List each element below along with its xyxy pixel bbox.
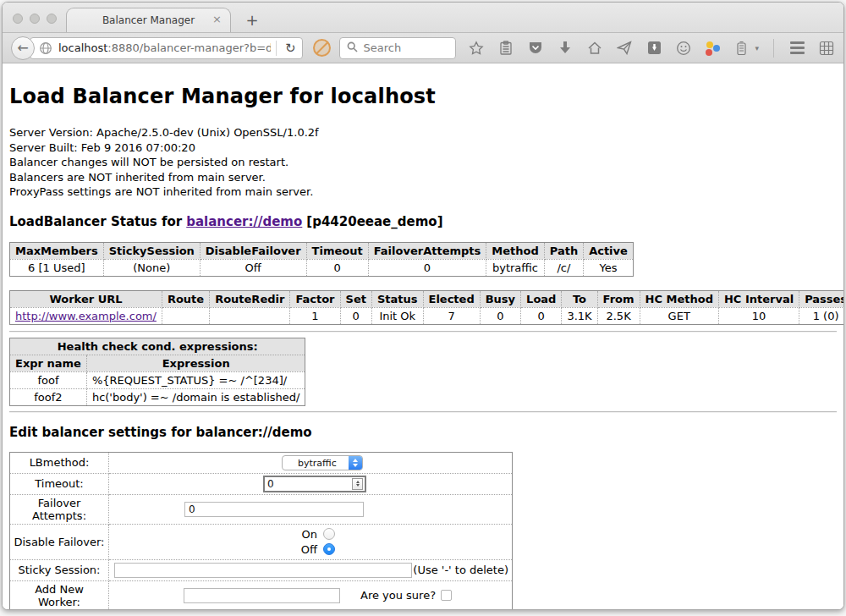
urlbar-separator xyxy=(276,41,277,56)
feedback-smiley-icon[interactable] xyxy=(675,40,692,57)
sticky-session-label: Sticky Session: xyxy=(10,559,109,580)
add-worker-label: Add New Worker: xyxy=(10,580,109,609)
menu-icon[interactable] xyxy=(788,40,805,57)
url-bar[interactable]: localhost:8880/balancer-manager?b=demo&n… xyxy=(30,37,303,59)
cell-elected: 7 xyxy=(423,307,480,324)
divider-1 xyxy=(9,331,837,333)
add-worker-input[interactable] xyxy=(184,588,340,603)
number-stepper-icon[interactable] xyxy=(352,478,363,490)
cell-path: /c/ xyxy=(544,259,583,276)
new-tab-button[interactable]: + xyxy=(242,11,262,29)
notice-persist: Balancer changes will NOT be persisted o… xyxy=(9,155,837,170)
window-controls[interactable] xyxy=(13,14,57,24)
timeout-input[interactable]: 0 xyxy=(263,476,366,492)
worker-url-link[interactable]: http://www.example.com/ xyxy=(15,310,157,322)
radio-on-label: On xyxy=(292,528,317,541)
radio-off[interactable] xyxy=(323,543,335,555)
cell-expr-name-foof2: foof2 xyxy=(10,388,87,405)
timeout-row: Timeout: 0 xyxy=(10,473,513,494)
disable-failover-row: Disable Failover: On Off xyxy=(10,524,513,559)
pocket-icon[interactable] xyxy=(527,40,544,57)
balancer-settings-form: LBmethod: bytraffic Timeout: 0 xyxy=(9,452,513,610)
cell-load: 0 xyxy=(521,307,562,324)
health-check-table: Health check cond. expressions: Expr nam… xyxy=(9,338,305,406)
cell-method: bytraffic xyxy=(486,259,544,276)
col-path: Path xyxy=(544,242,583,259)
url-path: :8880/balancer-manager?b=demo&nonce=decc… xyxy=(107,41,271,54)
col-routeredir: RouteRedir xyxy=(210,290,290,307)
lbmethod-label: LBmethod: xyxy=(10,452,109,473)
zoom-window-button[interactable] xyxy=(47,14,57,24)
cell-expr-name-foof: foof xyxy=(10,371,87,388)
bookmarks-menu-icon[interactable] xyxy=(497,40,514,57)
sticky-session-hint: (Use '-' to delete) xyxy=(413,564,508,576)
server-version: Server Version: Apache/2.5.0-dev (Unix) … xyxy=(9,125,837,140)
are-you-sure-label: Are you sure? xyxy=(360,589,436,602)
col-disablefailover: DisableFailover xyxy=(200,242,306,259)
timeout-label: Timeout: xyxy=(10,473,109,494)
cell-route xyxy=(162,307,209,324)
tab-balancer-manager[interactable]: Balancer Manager × xyxy=(66,8,231,32)
url-text[interactable]: localhost:8880/balancer-manager?b=demo&n… xyxy=(58,41,271,54)
close-window-button[interactable] xyxy=(13,14,23,24)
cell-failoverattempts: 0 xyxy=(368,259,486,276)
sticky-session-row: Sticky Session: (Use '-' to delete) xyxy=(10,559,513,580)
balancer-status-table: MaxMembers StickySession DisableFailover… xyxy=(9,242,634,277)
reload-icon[interactable]: ↻ xyxy=(282,41,299,56)
failover-label: Failover Attempts: xyxy=(10,494,109,524)
server-info: Server Version: Apache/2.5.0-dev (Unix) … xyxy=(9,125,837,200)
lbmethod-select[interactable]: bytraffic xyxy=(282,455,363,470)
edit-balancer-heading: Edit balancer settings for balancer://de… xyxy=(9,425,837,440)
minimize-window-button[interactable] xyxy=(30,14,40,24)
addon-colordots-icon[interactable] xyxy=(705,41,720,56)
lbmethod-row: LBmethod: bytraffic xyxy=(10,452,513,473)
col-set: Set xyxy=(340,290,371,307)
home-icon[interactable] xyxy=(586,40,603,57)
bookmark-star-icon[interactable] xyxy=(468,40,485,57)
tab-title: Balancer Manager xyxy=(102,14,195,26)
server-built: Server Built: Feb 9 2016 07:00:20 xyxy=(9,140,837,156)
browser-window: Balancer Manager × + ← localhost:8880/ba… xyxy=(2,2,844,610)
sticky-session-input[interactable] xyxy=(114,563,412,578)
radio-on[interactable] xyxy=(323,528,335,540)
status-heading-prefix: LoadBalancer Status for xyxy=(9,214,182,229)
timeout-value: 0 xyxy=(265,478,352,490)
cell-stickysession: (None) xyxy=(103,259,200,276)
add-worker-row: Add New Worker: Are you sure? xyxy=(10,580,513,609)
tab-close-icon[interactable]: × xyxy=(212,14,222,25)
col-hc-method: HC Method xyxy=(640,290,718,307)
health-table-title-row: Health check cond. expressions: xyxy=(10,338,305,355)
toolbar-separator xyxy=(773,39,774,58)
col-method: Method xyxy=(486,242,544,259)
download-icon[interactable] xyxy=(557,40,574,57)
tiles-grid-icon[interactable] xyxy=(818,40,835,57)
failover-attempts-input[interactable]: 0 xyxy=(184,502,364,517)
cell-from: 2.5K xyxy=(597,307,640,324)
cell-status: Init Ok xyxy=(371,307,423,324)
search-bar[interactable]: Search xyxy=(339,37,456,59)
save-page-icon[interactable] xyxy=(645,40,662,57)
col-active: Active xyxy=(584,242,634,259)
failover-row: Failover Attempts: 0 xyxy=(10,494,513,524)
col-from: From xyxy=(597,290,640,307)
col-stickysession: StickySession xyxy=(103,242,200,259)
are-you-sure-checkbox[interactable] xyxy=(441,590,452,601)
balancer-table-header-row: MaxMembers StickySession DisableFailover… xyxy=(10,242,634,259)
radio-off-label: Off xyxy=(292,543,317,556)
cell-hc-method: GET xyxy=(640,307,718,324)
cell-hc-interval: 10 xyxy=(718,307,799,324)
cell-set: 0 xyxy=(340,307,371,324)
col-elected: Elected xyxy=(423,290,480,307)
battery-panel-icon[interactable] xyxy=(733,40,750,57)
send-tab-icon[interactable] xyxy=(616,40,633,57)
loadbalancer-status-heading: LoadBalancer Status forbalancer://demo[p… xyxy=(9,214,837,229)
select-stepper-icon xyxy=(349,456,362,470)
content-blocked-icon[interactable] xyxy=(313,39,331,57)
status-heading-suffix: [p4420eeae_demo] xyxy=(306,214,442,229)
cell-factor: 1 xyxy=(290,307,340,324)
panel-dropdown-caret[interactable]: ▾ xyxy=(755,44,759,52)
col-passes: Passes xyxy=(799,290,843,307)
col-expression: Expression xyxy=(86,355,305,371)
back-button[interactable]: ← xyxy=(11,36,35,60)
balancer-demo-link[interactable]: balancer://demo xyxy=(186,214,302,229)
